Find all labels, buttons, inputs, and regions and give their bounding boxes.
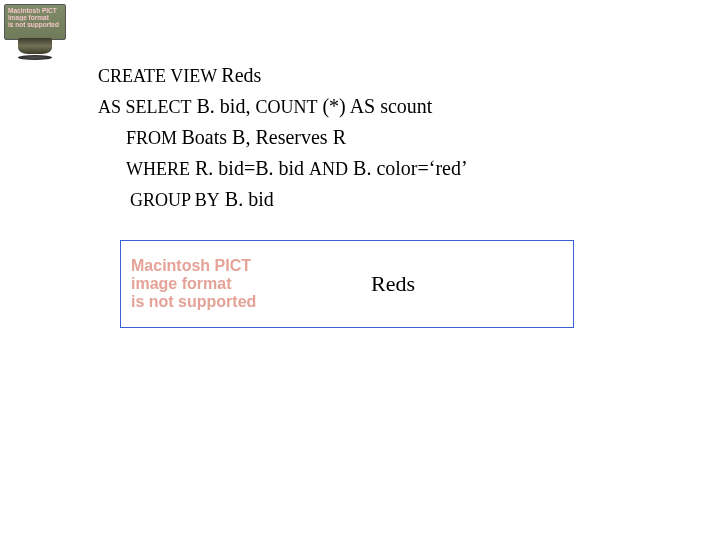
sql-line-3: FROM Boats B, Reserves R bbox=[98, 122, 678, 153]
keyword-group-by: GROUP BY bbox=[130, 190, 220, 210]
keyword-count: COUNT bbox=[255, 97, 317, 117]
plaque-line: Macintosh PICT bbox=[8, 7, 62, 14]
pict-line: is not supported bbox=[131, 293, 361, 311]
text: Boats B, Reserves R bbox=[182, 126, 346, 148]
pict-unsupported-message: Macintosh PICT image format is not suppo… bbox=[121, 257, 361, 311]
pict-line: image format bbox=[131, 275, 361, 293]
sql-code-block: CREATE VIEW Reds AS SELECT B. bid, COUNT… bbox=[98, 60, 678, 215]
sql-line-2: AS SELECT B. bid, COUNT (*) AS scount bbox=[98, 91, 678, 122]
text: B. bid, bbox=[192, 95, 256, 117]
keyword-as-select: AS SELECT bbox=[98, 97, 192, 117]
cup-icon bbox=[18, 38, 52, 60]
keyword-and: AND bbox=[309, 159, 348, 179]
sql-line-4: WHERE R. bid=B. bid AND B. color=‘red’ bbox=[98, 153, 678, 184]
text: B. bid bbox=[220, 188, 274, 210]
corner-badge: Macintosh PICT image format is not suppo… bbox=[4, 4, 66, 60]
text: Reds bbox=[221, 64, 261, 86]
text: R. bid=B. bid bbox=[190, 157, 309, 179]
pict-line: Macintosh PICT bbox=[131, 257, 361, 275]
reds-result-box: Macintosh PICT image format is not suppo… bbox=[120, 240, 574, 328]
text: B. color=‘red’ bbox=[348, 157, 468, 179]
slide: Macintosh PICT image format is not suppo… bbox=[0, 0, 720, 540]
sql-line-5: GROUP BY B. bid bbox=[98, 184, 678, 215]
keyword-from: FROM bbox=[126, 128, 182, 148]
keyword-where: WHERE bbox=[126, 159, 190, 179]
text: (*) AS scount bbox=[317, 95, 432, 117]
keyword-create-view: CREATE VIEW bbox=[98, 66, 221, 86]
reds-label: Reds bbox=[361, 271, 415, 297]
sql-line-1: CREATE VIEW Reds bbox=[98, 60, 678, 91]
pict-unsupported-plaque: Macintosh PICT image format is not suppo… bbox=[4, 4, 66, 40]
plaque-line: image format bbox=[8, 14, 62, 21]
plaque-line: is not supported bbox=[8, 21, 62, 28]
